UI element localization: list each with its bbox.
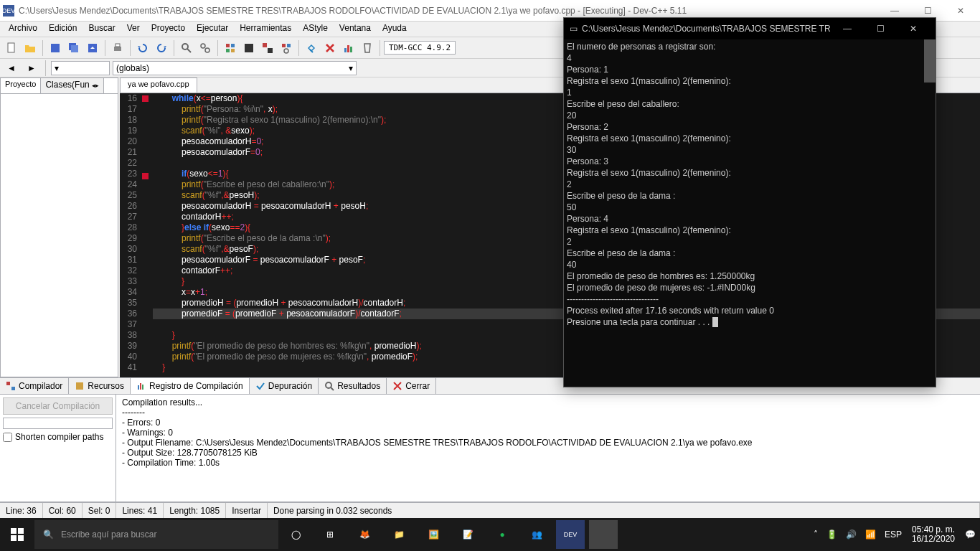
redo-button[interactable]: [153, 39, 170, 57]
open-file-button[interactable]: [22, 39, 39, 57]
task-view-icon[interactable]: ⊞: [313, 518, 347, 551]
compile-run-button[interactable]: [259, 39, 276, 57]
menu-ver[interactable]: Ver: [121, 22, 146, 37]
menu-edición[interactable]: Edición: [43, 22, 83, 37]
compiler-selector[interactable]: TDM-GCC 4.9.2: [384, 41, 456, 55]
compile-button[interactable]: [222, 39, 239, 57]
run-button[interactable]: [240, 39, 258, 57]
close-button[interactable]: ✕: [944, 0, 977, 22]
sticky-notes-icon[interactable]: 📝: [451, 518, 485, 551]
output-panel: Cancelar Compilación Shorten compiler pa…: [0, 395, 980, 502]
svg-rect-23: [350, 47, 352, 52]
svg-rect-5: [114, 47, 121, 51]
menu-ayuda[interactable]: Ayuda: [377, 22, 413, 37]
console-scrollbar[interactable]: [924, 39, 936, 83]
new-file-button[interactable]: [3, 39, 20, 57]
windows-taskbar: 🔍 Escribe aquí para buscar ◯ ⊞ 🦊 📁 🖼️ 📝 …: [0, 518, 980, 551]
spotify-icon[interactable]: ●: [485, 518, 519, 551]
devcpp-taskbar-icon[interactable]: DEV: [556, 520, 585, 549]
console-taskbar-icon[interactable]: [589, 520, 618, 549]
photos-icon[interactable]: 🖼️: [416, 518, 451, 551]
teams-icon[interactable]: 👥: [519, 518, 554, 551]
svg-rect-25: [11, 387, 15, 390]
rebuild-button[interactable]: [278, 39, 295, 57]
console-title-text: C:\Users\Jesus Mendez\Documents\TRABAJOS…: [582, 24, 831, 34]
console-titlebar[interactable]: ▭ C:\Users\Jesus Mendez\Documents\TRABAJ…: [564, 18, 936, 39]
svg-rect-16: [263, 43, 267, 47]
volume-icon[interactable]: 🔊: [842, 518, 861, 551]
status-bar: Line: 36 Col: 60 Sel: 0 Lines: 41 Length…: [0, 502, 980, 518]
tab-registro[interactable]: Registro de Compilación: [131, 378, 250, 394]
svg-rect-28: [140, 383, 141, 390]
cortana-icon[interactable]: ◯: [278, 518, 313, 551]
menu-proyecto[interactable]: Proyecto: [146, 22, 191, 37]
window-title: C:\Users\Jesus Mendez\Documents\TRABAJOS…: [19, 6, 878, 16]
clock[interactable]: 05:40 p. m.16/12/2020: [906, 525, 961, 544]
svg-rect-29: [142, 385, 143, 390]
svg-rect-0: [8, 43, 14, 52]
console-window: ▭ C:\Users\Jesus Mendez\Documents\TRABAJ…: [563, 17, 936, 387]
svg-rect-22: [347, 45, 349, 52]
status-sel: Sel: 0: [83, 503, 117, 518]
battery-icon[interactable]: 🔋: [822, 518, 842, 551]
svg-point-9: [201, 44, 205, 48]
console-maximize[interactable]: ☐: [864, 18, 897, 39]
menu-ejecutar[interactable]: Ejecutar: [191, 22, 234, 37]
wifi-icon[interactable]: 📶: [861, 518, 880, 551]
explorer-icon[interactable]: 📁: [382, 518, 416, 551]
clean-button[interactable]: [359, 39, 376, 57]
status-col: Col: 60: [43, 503, 83, 518]
svg-rect-13: [226, 49, 230, 52]
tab-resultados[interactable]: Resultados: [319, 378, 387, 394]
menu-astyle[interactable]: AStyle: [297, 22, 334, 37]
globals-dropdown[interactable]: (globals)▾: [113, 61, 357, 75]
notifications-icon[interactable]: 💬: [961, 518, 980, 551]
debug-button[interactable]: [303, 39, 320, 57]
save-button[interactable]: [47, 39, 64, 57]
profile-button[interactable]: [340, 39, 357, 57]
firefox-icon[interactable]: 🦊: [347, 518, 382, 551]
tray-expand-icon[interactable]: ˄: [809, 518, 822, 551]
status-line: Line: 36: [0, 503, 43, 518]
svg-rect-6: [116, 44, 120, 47]
tab-cerrar[interactable]: Cerrar: [387, 378, 436, 394]
status-message: Done parsing in 0.032 seconds: [268, 503, 980, 518]
save-all-button[interactable]: [65, 39, 83, 57]
replace-button[interactable]: [197, 39, 214, 57]
tab-recursos[interactable]: Recursos: [69, 378, 131, 394]
menu-archivo[interactable]: Archivo: [3, 22, 43, 37]
tab-proyecto[interactable]: Proyecto: [1, 78, 41, 93]
menu-ventana[interactable]: Ventana: [334, 22, 377, 37]
tab-depuracion[interactable]: Depuración: [250, 378, 319, 394]
language-indicator[interactable]: ESP: [880, 518, 906, 551]
svg-rect-26: [76, 382, 83, 390]
stop-button[interactable]: [321, 39, 339, 57]
menu-buscar[interactable]: Buscar: [83, 22, 121, 37]
console-minimize[interactable]: —: [831, 18, 864, 39]
save-as-button[interactable]: [84, 39, 101, 57]
progress-bar: [3, 418, 113, 429]
back-button[interactable]: ◄: [3, 60, 20, 77]
undo-button[interactable]: [134, 39, 151, 57]
project-panel: Proyecto Clases(Fun ◂▸: [0, 77, 118, 377]
shorten-paths-checkbox[interactable]: Shorten compiler paths: [3, 432, 113, 442]
svg-line-8: [187, 49, 191, 52]
start-button[interactable]: [0, 518, 34, 551]
console-close[interactable]: ✕: [897, 18, 930, 39]
svg-point-20: [284, 49, 288, 53]
scope-dropdown[interactable]: ▾: [51, 61, 110, 75]
print-button[interactable]: [109, 39, 126, 57]
compilation-log[interactable]: Compilation results...--------- Errors: …: [116, 395, 980, 501]
svg-rect-19: [287, 44, 291, 47]
svg-rect-12: [231, 44, 235, 47]
menu-herramientas[interactable]: Herramientas: [234, 22, 297, 37]
taskbar-search[interactable]: 🔍 Escribe aquí para buscar: [34, 520, 278, 549]
tab-compilador[interactable]: Compilador: [0, 378, 69, 394]
tab-clases[interactable]: Clases(Fun ◂▸: [41, 78, 103, 93]
forward-button[interactable]: ►: [23, 60, 40, 77]
file-tab-active[interactable]: ya we pofavo.cpp: [120, 77, 197, 93]
find-button[interactable]: [178, 39, 195, 57]
svg-rect-15: [245, 44, 253, 52]
console-output[interactable]: El numero de personas a registrar son:4P…: [564, 39, 936, 387]
svg-rect-24: [6, 382, 10, 385]
